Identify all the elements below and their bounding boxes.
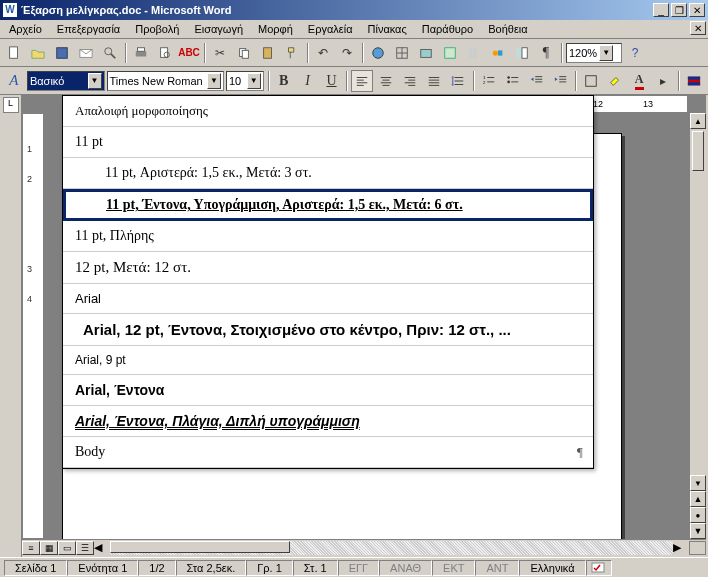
copy-button[interactable] (233, 42, 255, 64)
bold-button[interactable]: B (273, 70, 295, 92)
search-button[interactable] (99, 42, 121, 64)
close-button[interactable]: ✕ (689, 3, 705, 17)
menu-insert[interactable]: Εισαγωγή (187, 21, 250, 37)
browse-object-button[interactable]: ● (690, 507, 706, 523)
style-combo[interactable]: Βασικό ▼ (27, 71, 105, 91)
status-spell-icon[interactable] (586, 560, 612, 576)
tables-borders-button[interactable] (391, 42, 413, 64)
chevron-down-icon[interactable]: ▼ (599, 45, 613, 61)
font-combo[interactable]: Times New Roman ▼ (107, 71, 224, 91)
bullets-button[interactable] (502, 70, 524, 92)
normal-view-button[interactable]: ≡ (22, 541, 40, 555)
justify-button[interactable] (423, 70, 445, 92)
web-view-button[interactable]: ▦ (40, 541, 58, 555)
style-dropdown[interactable]: Απαλοιφή μορφοποίησης11 pt11 pt, Αριστερ… (62, 95, 594, 469)
menu-view[interactable]: Προβολή (128, 21, 186, 37)
svg-rect-23 (522, 47, 527, 58)
italic-button[interactable]: I (297, 70, 319, 92)
style-option[interactable]: 12 pt, Μετά: 12 στ. (63, 252, 593, 284)
style-option[interactable]: 11 pt, Αριστερά: 1,5 εκ., Μετά: 3 στ. (63, 158, 593, 189)
cut-button[interactable]: ✂ (209, 42, 231, 64)
status-lang[interactable]: Ελληνικά (519, 560, 585, 576)
print-button[interactable] (130, 42, 152, 64)
outline-view-button[interactable]: ☰ (76, 541, 94, 555)
undo-button[interactable]: ↶ (312, 42, 334, 64)
scroll-down-button[interactable]: ▼ (690, 475, 706, 491)
menu-edit[interactable]: Επεξεργασία (50, 21, 127, 37)
doc-close-button[interactable]: ✕ (690, 21, 706, 35)
tab-selector[interactable]: L (3, 97, 19, 113)
align-right-button[interactable] (399, 70, 421, 92)
align-center-button[interactable] (375, 70, 397, 92)
next-page-button[interactable]: ▼ (690, 523, 706, 539)
scroll-up-button[interactable]: ▲ (690, 113, 706, 129)
chevron-down-icon[interactable]: ▼ (247, 73, 261, 89)
style-option[interactable]: Arial, Έντονα (63, 375, 593, 406)
help-button[interactable]: ? (624, 42, 646, 64)
menu-table[interactable]: Πίνακας (361, 21, 414, 37)
chevron-down-icon[interactable]: ▼ (207, 73, 221, 89)
scroll-thumb[interactable] (692, 131, 704, 171)
preview-button[interactable] (154, 42, 176, 64)
style-option[interactable]: Απαλοιφή μορφοποίησης (63, 96, 593, 127)
status-trk[interactable]: ΑΝΑΘ (379, 560, 432, 576)
format-painter-button[interactable] (281, 42, 303, 64)
style-option[interactable]: Body¶ (63, 437, 593, 468)
prev-page-button[interactable]: ▲ (690, 491, 706, 507)
decrease-indent-button[interactable] (526, 70, 548, 92)
more-buttons[interactable]: ▸ (652, 70, 674, 92)
excel-button[interactable] (439, 42, 461, 64)
redo-button[interactable]: ↷ (336, 42, 358, 64)
style-option[interactable]: 11 pt (63, 127, 593, 158)
style-option[interactable]: Arial (63, 284, 593, 314)
chevron-down-icon[interactable]: ▼ (88, 73, 102, 89)
show-hide-button[interactable]: ¶ (535, 42, 557, 64)
zoom-combo[interactable]: 120% ▼ (566, 43, 622, 63)
scroll-right-button[interactable]: ▶ (673, 541, 689, 555)
vertical-scrollbar[interactable]: ▲ ▼ ▲ ● ▼ (689, 113, 706, 539)
new-doc-button[interactable] (3, 42, 25, 64)
menu-file[interactable]: Αρχείο (2, 21, 49, 37)
status-rec[interactable]: ΕΓΓ (338, 560, 379, 576)
open-button[interactable] (27, 42, 49, 64)
vertical-ruler[interactable]: 1 2 3 4 (22, 113, 44, 539)
style-option[interactable]: Arial, 9 pt (63, 346, 593, 375)
menu-format[interactable]: Μορφή (251, 21, 300, 37)
email-button[interactable] (75, 42, 97, 64)
spelling-button[interactable]: ABC (178, 42, 200, 64)
font-color-button[interactable]: A (628, 70, 650, 92)
underline-button[interactable]: U (321, 70, 343, 92)
hyperlink-button[interactable] (367, 42, 389, 64)
font-size-combo[interactable]: 10 ▼ (226, 71, 264, 91)
minimize-button[interactable]: _ (653, 3, 669, 17)
doc-map-button[interactable] (511, 42, 533, 64)
insert-table-button[interactable] (415, 42, 437, 64)
drawing-button[interactable] (487, 42, 509, 64)
line-spacing-button[interactable] (447, 70, 469, 92)
print-view-button[interactable]: ▭ (58, 541, 76, 555)
style-option[interactable]: 11 pt, Πλήρης (63, 221, 593, 252)
style-option[interactable]: Arial, 12 pt, Έντονα, Στοιχισμένο στο κέ… (63, 314, 593, 346)
scroll-left-button[interactable]: ◀ (94, 541, 110, 555)
increase-indent-button[interactable] (550, 70, 572, 92)
menu-help[interactable]: Βοήθεια (481, 21, 534, 37)
save-button[interactable] (51, 42, 73, 64)
hscroll-thumb[interactable] (110, 541, 290, 553)
numbering-button[interactable]: 12 (478, 70, 500, 92)
borders-button[interactable] (580, 70, 602, 92)
status-ovr[interactable]: ΑΝΤ (475, 560, 519, 576)
highlight-button[interactable] (604, 70, 626, 92)
hscroll-track[interactable] (110, 541, 673, 555)
status-ext[interactable]: ΕΚΤ (432, 560, 475, 576)
menu-window[interactable]: Παράθυρο (415, 21, 480, 37)
menu-tools[interactable]: Εργαλεία (301, 21, 360, 37)
styles-pane-button[interactable]: A (3, 70, 25, 92)
paste-button[interactable] (257, 42, 279, 64)
language-button[interactable] (683, 70, 705, 92)
style-option[interactable]: Arial, Έντονα, Πλάγια, Διπλή υπογράμμιση (63, 406, 593, 437)
columns-button[interactable] (463, 42, 485, 64)
style-option[interactable]: 11 pt, Έντονα, Υπογράμμιση, Αριστερά: 1,… (63, 189, 593, 221)
svg-point-48 (507, 80, 510, 83)
restore-button[interactable]: ❐ (671, 3, 687, 17)
align-left-button[interactable] (351, 70, 373, 92)
